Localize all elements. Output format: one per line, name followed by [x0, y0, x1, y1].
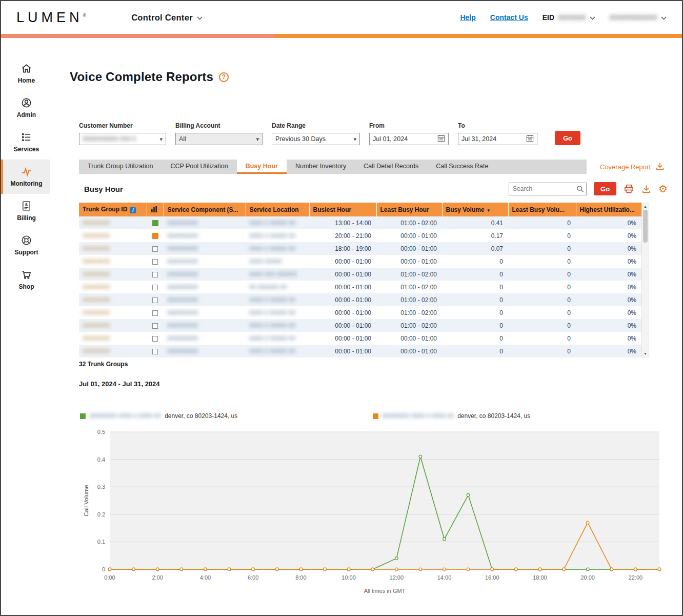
coverage-report-link[interactable]: Coverage Report	[587, 160, 668, 174]
busiest-hour-cell: 18:00 - 19:00	[309, 242, 376, 255]
column-header-trunk-group-id[interactable]: Trunk Group IDi	[79, 203, 147, 216]
sidebar-item-admin[interactable]: Admin	[1, 91, 50, 125]
least-busy-hour-cell: 01:00 - 02:00	[376, 293, 442, 306]
trunk-group-id-cell[interactable]: 00000000	[79, 268, 147, 281]
column-header-service-component-s[interactable]: Service Component (S...	[164, 203, 246, 216]
busy-volume-cell: 0	[442, 293, 508, 306]
sidebar-item-home[interactable]: Home	[1, 56, 50, 91]
row-chart-checkbox[interactable]	[152, 220, 158, 226]
row-chart-checkbox[interactable]	[152, 233, 158, 239]
row-chart-checkbox[interactable]	[152, 310, 158, 316]
sidebar-item-billing[interactable]: $Billing	[1, 194, 50, 228]
scroll-down-icon[interactable]: ▼	[644, 350, 647, 357]
svg-text:6:00: 6:00	[248, 574, 258, 581]
page-help-icon[interactable]: ?	[219, 72, 229, 82]
svg-text:0.5: 0.5	[97, 429, 105, 435]
column-header-busy-volume[interactable]: Busy Volume▼	[442, 203, 508, 216]
sidebar-item-monitoring[interactable]: Monitoring	[1, 160, 50, 194]
highest-utilization-cell: 0%	[576, 216, 641, 229]
svg-text:0.3: 0.3	[97, 484, 105, 490]
info-icon[interactable]: i	[130, 207, 136, 213]
highest-utilization-cell: 0%	[576, 319, 641, 332]
user-menu[interactable]: 000000000000	[610, 13, 667, 22]
tab-ccp-pool-utilization[interactable]: CCP Pool Utilization	[162, 160, 236, 174]
help-link[interactable]: Help	[460, 13, 475, 22]
service-component-cell: 000000000	[164, 293, 246, 306]
trunk-group-id-cell[interactable]: 00000000	[79, 255, 147, 268]
trunk-group-id-cell[interactable]: 00000000	[79, 332, 147, 345]
sidebar-item-shop[interactable]: Shop	[1, 263, 50, 297]
trunk-group-id-cell[interactable]: 00000000	[79, 306, 147, 319]
column-header-least-busy-hour[interactable]: Least Busy Hour	[376, 203, 442, 216]
download-report-icon[interactable]	[641, 184, 651, 194]
trunk-group-id-cell[interactable]: 00000000	[79, 293, 147, 306]
least-busy-volume-cell: 0	[508, 242, 576, 255]
sidebar-item-services[interactable]: Services	[1, 125, 50, 160]
column-header-busiest-hour[interactable]: Busiest Hour	[309, 203, 376, 216]
row-chart-checkbox[interactable]	[152, 349, 158, 354]
busiest-hour-cell: 00:00 - 01:00	[309, 332, 376, 345]
row-chart-checkbox[interactable]	[152, 272, 158, 277]
control-center-menu[interactable]: Control Center	[131, 13, 203, 23]
customer-number-label: Customer Number	[79, 122, 166, 129]
to-date-input[interactable]: Jul 31, 2024	[458, 133, 537, 145]
eid-menu[interactable]: EID 0000000	[543, 13, 595, 22]
trunk-group-id-cell[interactable]: 00000000	[79, 319, 147, 332]
scroll-thumb[interactable]	[643, 210, 648, 243]
chevron-down-icon: ▾	[159, 136, 163, 143]
contact-us-link[interactable]: Contact Us	[490, 13, 528, 22]
row-chart-checkbox[interactable]	[152, 246, 158, 252]
tab-number-inventory[interactable]: Number Inventory	[287, 160, 355, 174]
svg-text:14:00: 14:00	[437, 574, 452, 581]
sidebar-item-support[interactable]: Support	[1, 228, 50, 263]
trunk-group-id-cell[interactable]: 00000000	[79, 242, 147, 255]
busy-hour-table: Trunk Group IDiService Component (S...Se…	[79, 203, 649, 357]
report-date-range: Jul 01, 2024 - Jul 31, 2024	[79, 380, 668, 388]
lumen-logo: LUMEN®	[16, 10, 86, 26]
row-chart-checkbox[interactable]	[152, 336, 158, 342]
row-chart-checkbox[interactable]	[152, 259, 158, 265]
service-component-cell: 000000000	[164, 268, 246, 281]
busy-volume-cell: 0	[442, 332, 508, 345]
least-busy-hour-cell: 01:00 - 02:00	[376, 281, 442, 293]
least-busy-volume-cell: 0	[508, 268, 576, 281]
date-range-select[interactable]: Previous 30 Days▾	[272, 133, 360, 145]
trunk-group-id-cell[interactable]: 00000000	[79, 345, 147, 357]
control-center-label: Control Center	[131, 13, 193, 23]
trunk-group-id-cell[interactable]: 00000000	[79, 216, 147, 229]
table-scrollbar[interactable]: ▲ ▼	[641, 203, 649, 357]
tab-call-success-rate[interactable]: Call Success Rate	[427, 160, 497, 174]
billing-account-select[interactable]: All▾	[175, 133, 263, 145]
highest-utilization-cell: 0%	[576, 345, 641, 357]
scroll-up-icon[interactable]: ▲	[644, 203, 647, 210]
least-busy-volume-cell: 0	[508, 229, 576, 242]
legend-swatch	[80, 413, 86, 419]
filters-go-button[interactable]: Go	[555, 131, 580, 145]
busiest-hour-cell: 00:00 - 01:00	[309, 293, 376, 306]
column-header-chart[interactable]	[147, 203, 164, 216]
search-go-button[interactable]: Go	[594, 182, 616, 195]
tab-busy-hour[interactable]: Busy Hour	[237, 160, 287, 174]
trunk-group-id-cell[interactable]: 00000000	[79, 229, 147, 242]
highest-utilization-cell: 0%	[576, 281, 641, 293]
column-header-service-location[interactable]: Service Location	[246, 203, 309, 216]
print-icon[interactable]	[624, 184, 634, 194]
tab-trunk-group-utilization[interactable]: Trunk Group Utilization	[79, 160, 162, 174]
row-chart-checkbox[interactable]	[152, 297, 158, 303]
column-header-least-busy-volu[interactable]: Least Busy Volu...	[508, 203, 576, 216]
search-input[interactable]	[509, 183, 587, 195]
service-component-cell: 000000000	[164, 345, 246, 357]
date-range-label: Date Range	[272, 122, 360, 129]
download-icon	[655, 162, 665, 172]
filters-bar: Customer Number 0000000000 000 0▾ Billin…	[79, 122, 668, 145]
from-date-input[interactable]: Jul 01, 2024	[369, 133, 449, 145]
highest-utilization-cell: 0%	[576, 293, 641, 306]
settings-gear-icon[interactable]: ⚙	[658, 184, 668, 194]
trunk-group-id-cell[interactable]: 00000000	[79, 281, 147, 293]
row-chart-checkbox[interactable]	[152, 285, 158, 290]
chevron-down-icon	[661, 13, 667, 22]
row-chart-checkbox[interactable]	[152, 323, 158, 329]
tab-call-detail-records[interactable]: Call Detail Records	[355, 160, 427, 174]
column-header-highest-utilizatio[interactable]: Highest Utilizatio...	[576, 203, 641, 216]
customer-number-select[interactable]: 0000000000 000 0▾	[79, 133, 166, 145]
